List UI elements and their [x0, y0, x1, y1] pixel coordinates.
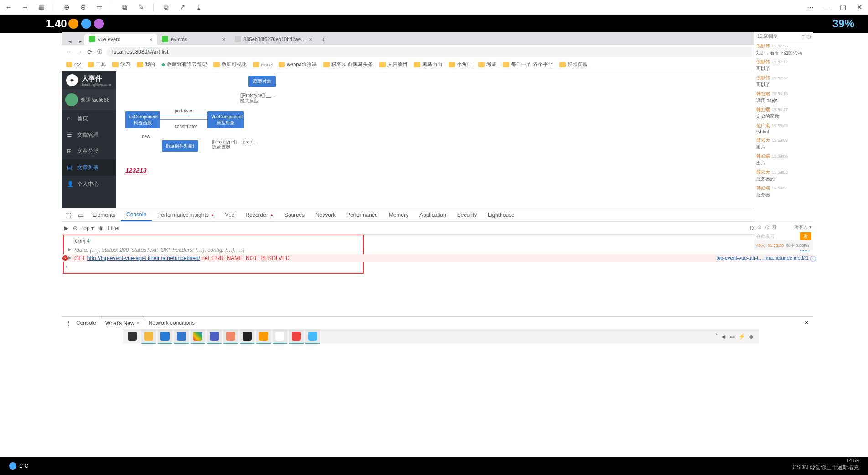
maximize-icon[interactable]: ▢: [839, 3, 847, 11]
link-icon[interactable]: ⧉: [162, 3, 170, 11]
browser-tabs: ◂ ▸ vue-event × ev-cms × 885eb38f6270eb1…: [62, 32, 813, 33]
status-bar: 1.40 39%: [0, 15, 868, 33]
time-display: 1.40: [46, 17, 67, 30]
browser-window: ◂ ▸ vue-event × ev-cms × 885eb38f6270eb1…: [62, 32, 813, 33]
app-dot-icon: [81, 19, 91, 29]
battery-pct: 39%: [832, 17, 854, 30]
back-icon[interactable]: ←: [5, 3, 13, 11]
edit-icon[interactable]: ✎: [137, 3, 145, 11]
grid-icon[interactable]: ▦: [37, 3, 46, 11]
forward-icon[interactable]: →: [21, 3, 29, 11]
app-dot-icon: [94, 19, 104, 29]
app-dot-icon: [68, 19, 78, 29]
copy-icon[interactable]: ⧉: [120, 3, 129, 11]
minimize-icon[interactable]: —: [822, 3, 831, 11]
zoom-out-icon[interactable]: ⊖: [79, 3, 87, 11]
zoom-in-icon[interactable]: ⊕: [62, 3, 71, 11]
close-icon[interactable]: ✕: [855, 3, 863, 11]
chat-panel: 15.50回复 ≡ ▢ 倪默伟15:37:53姐那，看看下边的代码倪默伟15:5…: [754, 32, 813, 33]
outer-toolbar: ← → ▦ ⊕ ⊖ ▭ ⧉ ✎ ⧉ ⤢ ⤓ ⋯ — ▢ ✕: [0, 0, 868, 15]
fullscreen-icon[interactable]: ⤢: [178, 3, 186, 11]
download-icon[interactable]: ⤓: [195, 3, 203, 11]
fit-icon[interactable]: ▭: [95, 3, 103, 11]
chat-header: 15.50回复 ≡ ▢: [754, 32, 813, 33]
more-icon[interactable]: ⋯: [806, 3, 814, 11]
